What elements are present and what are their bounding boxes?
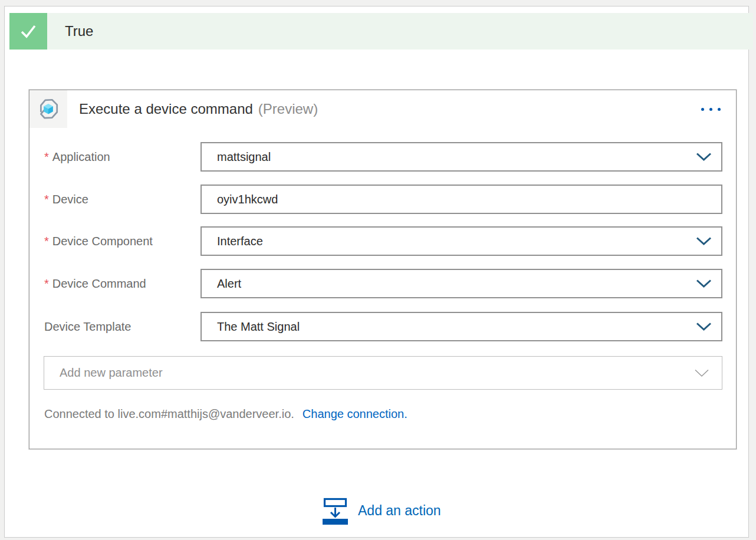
ellipsis-icon [701,108,704,111]
device-component-dropdown[interactable]: Interface [200,226,722,256]
more-options-button[interactable] [696,90,725,128]
chevron-down-icon[interactable] [696,153,712,162]
action-title-preview: (Preview) [258,101,318,117]
device-template-value: The Matt Signal [217,320,300,334]
application-value: mattsignal [217,150,271,164]
field-label-application: * Application [44,142,198,172]
chevron-down-icon[interactable] [696,322,712,331]
field-label-text: Application [52,150,110,164]
action-icon-box [29,90,67,128]
flow-branch-panel: True Execute a device command(Preview) *… [4,6,749,538]
add-action-icon [322,497,349,525]
branch-label-strip: True [47,13,753,50]
chevron-down-icon[interactable] [696,237,712,246]
field-label-device-component: * Device Component [44,226,198,256]
add-action-button[interactable]: Add an action [322,497,441,525]
device-command-value: Alert [217,277,241,291]
branch-label: True [65,23,93,39]
field-label-text: Device [52,193,88,206]
device-value: oyiv1hkcwd [217,193,278,206]
field-label-text: Device Template [44,320,131,334]
branch-header-true[interactable]: True [9,13,753,50]
connection-status-text: Connected to live.com#matthijs@vandervee… [44,407,294,420]
action-title: Execute a device command(Preview) [79,90,318,128]
required-marker: * [44,235,49,248]
field-label-device: * Device [44,185,198,214]
required-marker: * [44,277,49,291]
device-template-dropdown[interactable]: The Matt Signal [200,312,722,341]
add-action-label: Add an action [358,503,441,519]
change-connection-link[interactable]: Change connection. [303,407,407,420]
field-label-text: Device Command [52,277,146,291]
connection-status: Connected to live.com#matthijs@vandervee… [44,407,407,421]
branch-status-box [9,13,47,50]
iot-central-icon [36,97,61,121]
device-input[interactable]: oyiv1hkcwd [200,185,722,214]
add-new-parameter-dropdown[interactable]: Add new parameter [44,356,722,390]
action-card: Execute a device command(Preview) * Appl… [29,90,737,449]
field-label-device-command: * Device Command [44,269,198,298]
field-label-text: Device Component [52,235,153,248]
field-label-device-template: Device Template [44,312,198,341]
device-component-value: Interface [217,235,263,248]
add-new-parameter-placeholder: Add new parameter [60,366,163,380]
application-dropdown[interactable]: mattsignal [200,142,722,172]
ellipsis-icon [718,108,721,111]
chevron-down-icon[interactable] [696,279,712,288]
ellipsis-icon [709,108,712,111]
checkmark-icon [17,19,40,43]
device-command-dropdown[interactable]: Alert [200,269,722,298]
required-marker: * [44,150,49,164]
chevron-down-icon[interactable] [695,369,709,377]
action-title-text: Execute a device command [79,101,253,117]
required-marker: * [44,193,49,206]
